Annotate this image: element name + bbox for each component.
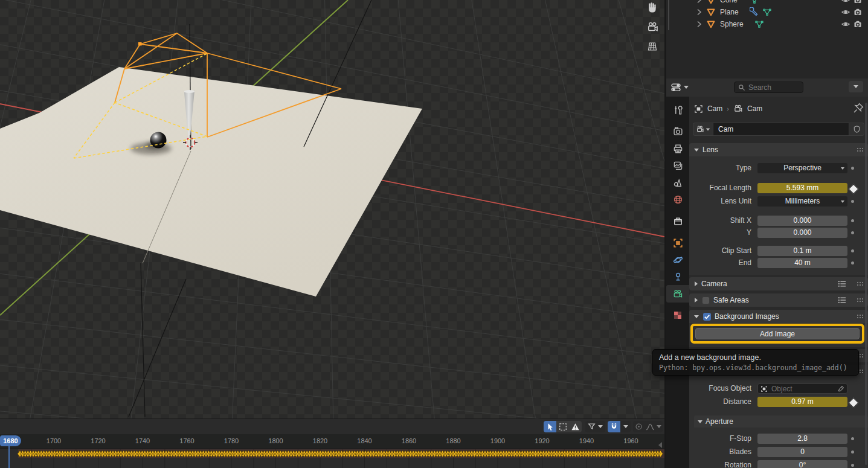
properties-scrollbar[interactable] bbox=[865, 103, 867, 465]
background-images-checkbox[interactable] bbox=[703, 313, 711, 321]
tab-collection[interactable] bbox=[666, 213, 689, 230]
datablock-name-field[interactable]: Cam bbox=[713, 123, 849, 136]
eyedropper-icon[interactable] bbox=[837, 385, 844, 393]
outliner-editor[interactable]: Cone Plane Sphere bbox=[666, 0, 868, 80]
hide-eye-icon[interactable] bbox=[841, 19, 850, 29]
pan-hand-icon[interactable] bbox=[646, 1, 659, 14]
ground-plane-object[interactable] bbox=[0, 67, 422, 297]
timeline-keyframe-area[interactable] bbox=[0, 448, 664, 468]
animate-decorator[interactable] bbox=[851, 450, 854, 454]
header-options-button[interactable] bbox=[849, 81, 863, 92]
orthographic-grid-icon[interactable] bbox=[646, 40, 659, 53]
focal-length-field[interactable]: 5.593 mm bbox=[757, 183, 847, 193]
animate-decorator[interactable] bbox=[851, 231, 854, 234]
editor-type-selector[interactable] bbox=[670, 81, 691, 94]
expand-chevron-icon[interactable] bbox=[694, 7, 704, 17]
tab-output[interactable] bbox=[666, 140, 689, 158]
presets-list-icon[interactable] bbox=[838, 280, 846, 287]
tab-world[interactable] bbox=[666, 191, 689, 208]
blades-field[interactable]: 0 bbox=[757, 447, 847, 457]
tab-view-layer[interactable] bbox=[666, 157, 689, 175]
tab-render[interactable] bbox=[666, 123, 689, 140]
disable-in-renders-camera-icon[interactable] bbox=[853, 0, 863, 5]
disable-in-renders-camera-icon[interactable] bbox=[853, 19, 863, 29]
outliner-row-plane[interactable]: Plane bbox=[666, 6, 868, 18]
tab-tool[interactable] bbox=[666, 101, 689, 119]
panel-grip[interactable] bbox=[857, 147, 864, 152]
hide-eye-icon[interactable] bbox=[841, 7, 850, 17]
lens-type-dropdown[interactable]: Perspective bbox=[757, 163, 847, 173]
hide-eye-icon[interactable] bbox=[841, 0, 850, 5]
focus-object-field[interactable]: Object bbox=[757, 383, 847, 394]
filter-button[interactable] bbox=[585, 421, 605, 432]
panel-grip[interactable] bbox=[857, 298, 864, 303]
breadcrumb-object-name[interactable]: Cam bbox=[707, 104, 722, 113]
camera-view-icon[interactable] bbox=[646, 21, 659, 34]
box-select-tool-button[interactable] bbox=[556, 421, 569, 432]
lens-unit-dropdown[interactable]: Millimeters bbox=[757, 196, 847, 207]
annotate-warning-tool-button[interactable] bbox=[569, 421, 582, 432]
outliner-item-label[interactable]: Sphere bbox=[720, 20, 744, 28]
clip-start-field[interactable]: 0.1 m bbox=[757, 246, 847, 256]
panel-header-background-images[interactable]: Background Images bbox=[689, 310, 868, 323]
proportional-edit-button[interactable] bbox=[633, 421, 645, 432]
focus-object-row: Focus Object Object bbox=[689, 383, 868, 394]
tab-scene[interactable] bbox=[666, 174, 689, 191]
timeline-scroll-chevron-icon[interactable] bbox=[658, 442, 662, 448]
outliner-row-sphere[interactable]: Sphere bbox=[666, 18, 868, 30]
outliner-item-label[interactable]: Cone bbox=[720, 0, 738, 4]
tab-object-data-active[interactable] bbox=[666, 285, 689, 303]
animate-decorator[interactable] bbox=[851, 219, 854, 222]
breadcrumb-data-name[interactable]: Cam bbox=[747, 104, 762, 113]
tab-constraints[interactable] bbox=[666, 268, 689, 286]
tab-texture[interactable] bbox=[666, 306, 689, 324]
distance-field[interactable]: 0.97 m bbox=[757, 397, 847, 407]
animate-decorator[interactable] bbox=[851, 464, 854, 467]
keyframe-decorator-icon[interactable] bbox=[849, 184, 859, 194]
panel-header-lens[interactable]: Lens bbox=[689, 143, 868, 156]
fake-user-shield-button[interactable] bbox=[849, 123, 864, 136]
animate-decorator[interactable] bbox=[851, 249, 854, 252]
panel-grip[interactable] bbox=[857, 281, 864, 286]
outliner-row-cone[interactable]: Cone bbox=[666, 0, 868, 6]
safe-areas-checkbox[interactable] bbox=[702, 297, 710, 304]
animate-decorator[interactable] bbox=[851, 261, 854, 264]
snap-dropdown-button[interactable] bbox=[620, 421, 631, 432]
keyframe-decorator-icon[interactable] bbox=[849, 397, 859, 408]
subpanel-header-aperture[interactable]: Aperture bbox=[694, 415, 868, 428]
current-frame-indicator[interactable]: 1680 bbox=[0, 435, 21, 446]
properties-header: Search bbox=[666, 79, 868, 97]
panel-header-camera[interactable]: Camera bbox=[689, 277, 868, 290]
snap-magnet-button[interactable] bbox=[608, 421, 620, 432]
proportional-falloff-button[interactable] bbox=[645, 421, 663, 432]
playhead-line[interactable] bbox=[8, 446, 10, 468]
outliner-item-label[interactable]: Plane bbox=[720, 8, 739, 16]
animate-decorator[interactable] bbox=[851, 200, 854, 203]
ruler-tick-label: 1900 bbox=[490, 437, 505, 444]
panel-header-safe-areas[interactable]: Safe Areas bbox=[689, 293, 868, 307]
tab-physics[interactable] bbox=[666, 251, 689, 269]
panel-grip[interactable] bbox=[857, 314, 864, 319]
rotation-field[interactable]: 0° bbox=[757, 460, 847, 468]
disable-in-renders-camera-icon[interactable] bbox=[853, 7, 863, 17]
add-image-button[interactable]: Add Image bbox=[695, 328, 860, 339]
properties-search-input[interactable]: Search bbox=[734, 82, 803, 93]
animate-decorator[interactable] bbox=[851, 437, 854, 440]
tweak-tool-button[interactable] bbox=[544, 421, 556, 432]
pin-icon[interactable] bbox=[853, 103, 864, 114]
tab-object[interactable] bbox=[666, 234, 689, 252]
presets-list-icon[interactable] bbox=[838, 297, 846, 304]
clip-end-field[interactable]: 40 m bbox=[757, 258, 847, 268]
expand-chevron-icon[interactable] bbox=[694, 19, 704, 29]
camera-origin-vertex bbox=[138, 42, 142, 46]
shift-y-field[interactable]: 0.000 bbox=[757, 228, 847, 238]
datablock-browse-button[interactable] bbox=[693, 123, 713, 136]
properties-tab-strip bbox=[666, 97, 689, 468]
expand-chevron-icon[interactable] bbox=[694, 0, 704, 5]
fstop-field[interactable]: 2.8 bbox=[757, 434, 847, 444]
3d-viewport[interactable] bbox=[0, 0, 664, 418]
shift-x-field[interactable]: 0.000 bbox=[757, 216, 847, 226]
timeline-editor[interactable]: 1700172017401760178018001820184018601880… bbox=[0, 418, 664, 468]
timeline-ruler[interactable]: 1700172017401760178018001820184018601880… bbox=[0, 434, 664, 449]
animate-decorator[interactable] bbox=[851, 167, 854, 170]
